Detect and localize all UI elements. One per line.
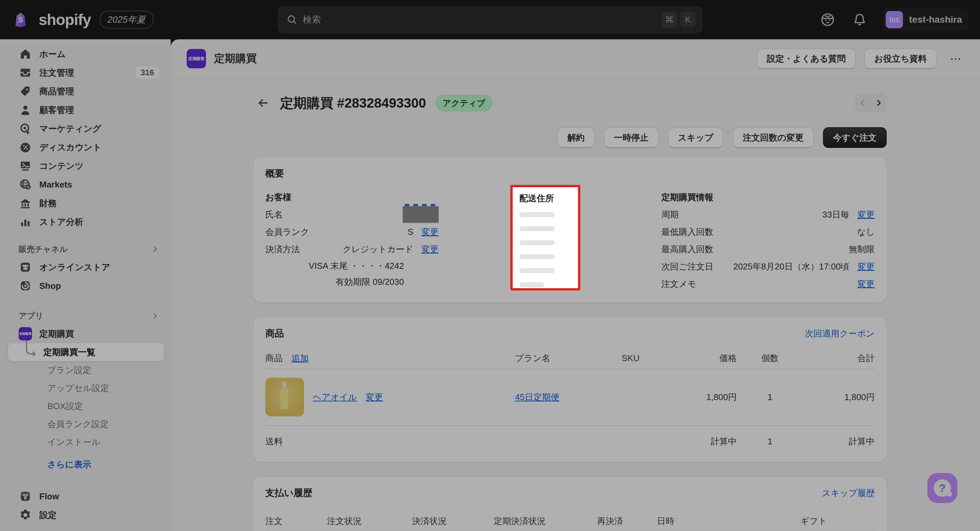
dim-overlay	[0, 0, 980, 531]
redacted-address-lines	[519, 212, 571, 287]
shipping-address-heading: 配送住所	[519, 193, 571, 204]
shipping-address-highlight: 配送住所	[510, 185, 580, 290]
